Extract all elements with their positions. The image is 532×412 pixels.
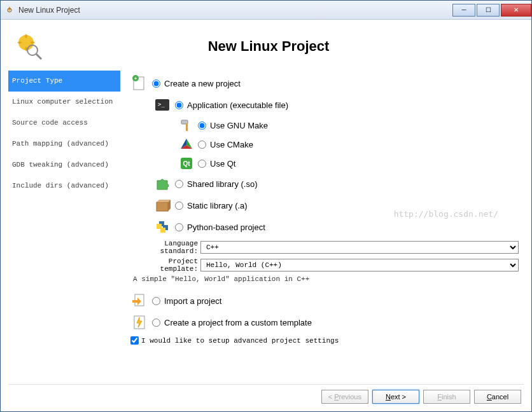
sidebar-item-project-type[interactable]: Project Type: [8, 71, 120, 92]
sidebar-item-source-code-access[interactable]: Source code access: [8, 113, 120, 134]
window-controls: ─ ☐ ✕: [451, 4, 531, 17]
close-button[interactable]: ✕: [501, 4, 531, 17]
svg-line-3: [36, 54, 41, 59]
option-label: Create a new project: [164, 79, 241, 88]
titlebar-text: New Linux Project: [18, 6, 451, 15]
option-label: Static library (.a): [187, 201, 248, 210]
cmake-icon: [179, 137, 194, 152]
option-label: Application (executable file): [187, 100, 288, 110]
option-shared-lib: Shared library (.so): [153, 175, 519, 193]
header: New Linux Project: [8, 26, 524, 71]
language-standard-label: Language standard:: [130, 240, 200, 255]
radio-qt[interactable]: [198, 160, 206, 168]
sidebar-item-gdb-tweaking[interactable]: GDB tweaking (advanced): [8, 154, 120, 175]
maximize-button[interactable]: ☐: [477, 4, 500, 17]
python-icon: [153, 218, 171, 236]
option-label: Shared library (.so): [187, 179, 258, 189]
radio-static-lib[interactable]: [175, 202, 183, 210]
content-area: New Linux Project Project Type Linux com…: [1, 20, 531, 411]
cancel-button[interactable]: CancelCancel: [474, 390, 521, 404]
project-template-select[interactable]: Hello, World (C++): [200, 259, 519, 271]
finish-button[interactable]: FinishFinish: [423, 390, 470, 404]
box-icon: [153, 196, 171, 214]
puzzle-icon: [153, 175, 171, 193]
option-python: Python-based project: [153, 218, 519, 236]
option-qt: Qt Use Qt: [179, 156, 519, 171]
option-application: >_ Application (executable file): [153, 96, 519, 114]
main-panel: + Create a new project >_ Application (e…: [125, 71, 524, 381]
option-label: Import a project: [164, 296, 221, 306]
radio-cmake[interactable]: [198, 141, 206, 149]
titlebar: New Linux Project ─ ☐ ✕: [1, 1, 531, 20]
option-gnu-make: Use GNU Make: [179, 118, 519, 133]
project-template-description: A simple "Hello, World" application in C…: [133, 275, 519, 283]
radio-gnu-make[interactable]: [198, 121, 206, 130]
svg-text:Qt: Qt: [183, 160, 190, 167]
option-label: Use GNU Make: [210, 121, 268, 130]
option-import: Import a project: [130, 292, 519, 310]
next-button[interactable]: Next >Next: [372, 390, 419, 404]
previous-button[interactable]: < PPreviousrevious: [321, 390, 368, 404]
footer: < PPreviousrevious Next >Next FinishFini…: [8, 384, 524, 406]
option-cmake: Use CMake: [179, 137, 519, 152]
option-label: Use Qt: [210, 159, 235, 168]
dialog-window: New Linux Project ─ ☐ ✕ New Linux Projec…: [0, 0, 532, 412]
option-create-new: + Create a new project: [130, 74, 519, 92]
advanced-settings-row: I would like to setup advanced project s…: [130, 336, 519, 345]
minimize-button[interactable]: ─: [452, 4, 475, 17]
radio-custom-template[interactable]: [152, 319, 160, 327]
option-label: Python-based project: [187, 223, 265, 232]
wizard-gear-icon: [13, 31, 44, 62]
project-template-row: Project template: Hello, World (C++): [130, 258, 519, 273]
svg-rect-17: [157, 202, 168, 211]
option-static-lib: Static library (.a): [153, 196, 519, 214]
svg-rect-10: [186, 123, 188, 131]
new-document-icon: +: [130, 74, 148, 92]
advanced-settings-checkbox[interactable]: [130, 336, 139, 345]
advanced-settings-label: I would like to setup advanced project s…: [141, 337, 339, 345]
hammer-icon: [179, 118, 194, 133]
radio-import[interactable]: [152, 297, 160, 305]
main-body: Project Type Linux computer selection So…: [8, 71, 524, 381]
terminal-icon: >_: [153, 96, 171, 114]
project-template-label: Project template:: [130, 258, 200, 273]
svg-text:+: +: [134, 76, 137, 81]
qt-icon: Qt: [179, 156, 194, 171]
sidebar-item-include-dirs[interactable]: Include dirs (advanced): [8, 175, 120, 196]
radio-shared-lib[interactable]: [175, 180, 183, 188]
sidebar-item-path-mapping[interactable]: Path mapping (advanced): [8, 134, 120, 154]
sidebar-item-linux-computer-selection[interactable]: Linux computer selection: [8, 92, 120, 113]
svg-text:>_: >_: [158, 101, 165, 107]
lightning-document-icon: [130, 313, 148, 331]
import-icon: [130, 292, 148, 310]
app-icon: [4, 5, 15, 15]
page-title: New Linux Project: [44, 38, 493, 55]
language-standard-row: Language standard: C++: [130, 240, 519, 255]
option-label: Use CMake: [210, 140, 253, 149]
radio-create-new[interactable]: [152, 79, 160, 88]
option-label: Create a project from a custom template: [164, 318, 312, 327]
radio-python[interactable]: [175, 223, 183, 231]
option-custom-template: Create a project from a custom template: [130, 313, 519, 331]
radio-application[interactable]: [175, 101, 183, 109]
language-standard-select[interactable]: C++: [200, 241, 519, 254]
sidebar: Project Type Linux computer selection So…: [8, 71, 120, 381]
